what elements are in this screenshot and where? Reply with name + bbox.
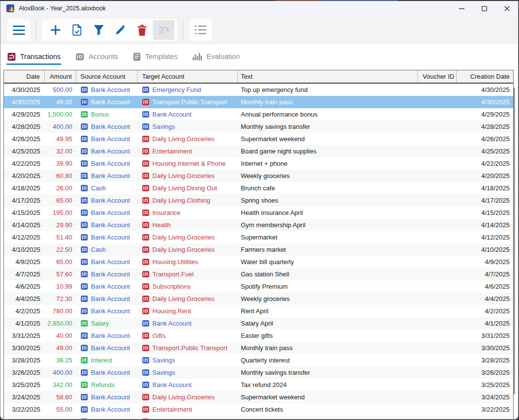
cell-target-account: Savings (138, 366, 238, 379)
tab-transactions[interactable]: Transactions (6, 44, 61, 69)
vertical-scrollbar[interactable] (514, 88, 515, 394)
cell-text: Weekly groceries (238, 293, 418, 305)
table-row[interactable]: 3/22/2025 55.00 Bank Account Entertainme… (4, 403, 513, 416)
cell-date: 4/14/2025 (4, 219, 45, 231)
list-view-button[interactable] (190, 20, 211, 40)
cell-date: 4/29/2025 (4, 108, 45, 120)
cell-text: Tax refund 2024 (238, 379, 418, 391)
cell-target-account: Daily Living.Groceries (138, 391, 238, 403)
table-row-partial[interactable] (4, 416, 513, 419)
table-row[interactable]: 3/26/2025 400.00 Bank Account Savings Mo… (4, 366, 513, 379)
cell-source-account: Bank Account (76, 330, 138, 342)
cell-date: 4/4/2025 (4, 293, 45, 305)
filter-button[interactable] (88, 20, 110, 40)
column-header-amount[interactable]: Amount (45, 70, 76, 83)
cell-amount: 55.00 (45, 403, 76, 416)
cell-creation-date: 3/30/2025 (457, 342, 513, 354)
table-row[interactable]: 4/12/2025 51.40 Bank Account Daily Livin… (4, 231, 513, 243)
table-row[interactable]: 4/25/2025 32.00 Bank Account Entertainme… (4, 145, 513, 157)
new-from-template-button[interactable] (66, 20, 88, 40)
account-name: Salary (91, 320, 109, 327)
cell-source-account: Salary (76, 317, 138, 330)
account-name: Subscriptions (152, 283, 191, 290)
tab-accounts[interactable]: Accounts (75, 44, 119, 69)
account-icon (81, 86, 88, 93)
cell-source-account: Bank Account (76, 84, 138, 96)
sort-az-button[interactable]: A Z (153, 20, 174, 40)
table-row[interactable]: 4/6/2025 10.99 Bank Account Subscription… (4, 280, 513, 293)
cell-target-account: Entertainment (138, 145, 238, 157)
cell-source-account: Bank Account (76, 366, 138, 379)
minimize-button[interactable] (450, 1, 473, 16)
account-icon (81, 148, 88, 155)
column-header-voucher-id[interactable]: Voucher ID (418, 70, 457, 83)
cell-voucher-id (418, 379, 457, 391)
cell-date: 4/15/2025 (4, 207, 45, 219)
account-icon (142, 98, 149, 106)
tab-templates[interactable]: Templates (132, 44, 178, 69)
account-name: Housing.Internet & Phone (152, 160, 226, 167)
account-name: Bank Account (91, 283, 130, 290)
table-row[interactable]: 4/2/2025 780.00 Bank Account Housing.Ren… (4, 305, 513, 317)
cell-creation-date: 4/17/2025 (457, 194, 513, 207)
svg-text:A: A (159, 25, 162, 30)
table-row[interactable]: 3/31/2025 40.00 Bank Account Gifts Easte… (4, 330, 513, 342)
account-name: Bank Account (91, 344, 130, 352)
cell-amount: 49.95 (45, 133, 76, 145)
cell-target-account: Daily Living.Groceries (138, 133, 238, 145)
add-transaction-button[interactable] (45, 20, 66, 40)
account-icon (142, 307, 149, 315)
cell-date: 4/30/2025 (4, 84, 45, 96)
table-row[interactable]: 4/7/2025 57.60 Bank Account Transport.Fu… (4, 268, 513, 280)
table-row[interactable]: 3/30/2025 49.00 Bank Account Transport.P… (4, 342, 513, 354)
table-row[interactable]: 4/4/2025 72.30 Bank Account Daily Living… (4, 293, 513, 305)
column-header-creation-date[interactable]: Creation Date (457, 70, 513, 83)
table-row[interactable]: 4/22/2025 39.90 Bank Account Housing.Int… (4, 157, 513, 170)
cell-voucher-id (418, 120, 457, 133)
column-header-text[interactable]: Text (238, 70, 418, 83)
table-row[interactable]: 4/26/2025 49.95 Bank Account Daily Livin… (4, 133, 513, 145)
close-button[interactable] (495, 1, 518, 16)
account-name: Cash (91, 246, 106, 253)
edit-button[interactable] (110, 20, 131, 40)
cell-text (238, 416, 418, 419)
account-icon (142, 123, 149, 130)
table-row[interactable]: 3/25/2025 342.00 Refunds Bank Account Ta… (4, 379, 513, 391)
menu-button[interactable] (8, 20, 29, 40)
cell-creation-date: 4/2/2025 (457, 305, 513, 317)
account-name: Bank Account (152, 381, 192, 389)
transactions-icon (7, 53, 16, 61)
tab-evaluation[interactable]: Evaluation (192, 44, 241, 69)
account-icon (81, 184, 88, 192)
trash-icon (137, 25, 147, 36)
maximize-button[interactable] (473, 1, 495, 16)
delete-button[interactable] (131, 20, 153, 40)
account-icon (142, 406, 149, 413)
table-row[interactable]: 4/10/2025 22.50 Cash Daily Living.Grocer… (4, 243, 513, 256)
cell-creation-date: 4/29/2025 (457, 108, 513, 120)
account-icon (81, 295, 88, 302)
cell-text: Monthly savings transfer (238, 366, 418, 379)
table-row[interactable]: 3/24/2025 58.60 Bank Account Daily Livin… (4, 391, 513, 403)
account-name: Bank Account (91, 209, 130, 216)
table-row[interactable]: 4/1/2025 2,850.00 Salary Bank Account Sa… (4, 317, 513, 330)
table-row[interactable]: 4/30/2025 500.00 Bank Account Emergency … (4, 84, 513, 96)
table-row[interactable]: 4/28/2025 400.00 Bank Account Savings Mo… (4, 120, 513, 133)
table-row[interactable]: 4/15/2025 195.00 Bank Account Insurance … (4, 207, 513, 219)
column-header-target[interactable]: Target Account (138, 70, 238, 83)
table-row[interactable]: 4/30/2025 49.00 Bank Account Transport.P… (4, 96, 513, 108)
account-icon (142, 258, 149, 266)
cell-date: 3/30/2025 (4, 342, 45, 354)
table-row[interactable]: 4/20/2025 60.80 Bank Account Daily Livin… (4, 170, 513, 182)
table-row[interactable]: 4/14/2025 29.90 Bank Account Health Gym … (4, 219, 513, 231)
account-icon (81, 270, 88, 278)
table-row[interactable]: 4/29/2025 1,500.00 Bonus Bank Account An… (4, 108, 513, 120)
column-header-source[interactable]: Source Account (76, 70, 138, 83)
table-row[interactable]: 4/18/2025 26.00 Cash Daily Living.Dining… (4, 182, 513, 194)
table-row[interactable]: 3/28/2025 36.25 Interest Savings Quarter… (4, 354, 513, 366)
table-row[interactable]: 4/9/2025 65.00 Bank Account Housing.Util… (4, 256, 513, 268)
column-header-date[interactable]: Date (4, 70, 45, 83)
view-card (188, 18, 213, 42)
account-icon (142, 221, 149, 229)
table-row[interactable]: 4/17/2025 65.00 Bank Account Daily Livin… (4, 194, 513, 207)
